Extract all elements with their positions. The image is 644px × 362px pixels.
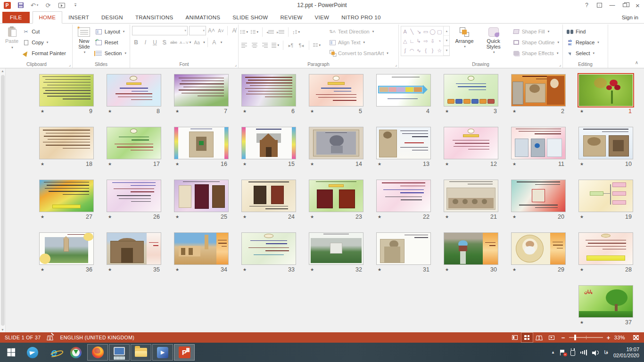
animation-star-icon[interactable]: ★	[444, 109, 449, 114]
down-arrow-shape-icon[interactable]: ⇩	[430, 39, 435, 44]
slide-thumbnail-14[interactable]	[309, 127, 363, 159]
arrange-button[interactable]: Arrange▾	[453, 26, 476, 51]
font-color-button[interactable]: A	[210, 38, 218, 47]
zoom-slider-thumb[interactable]	[574, 335, 576, 340]
columns-button[interactable]: ▾	[313, 42, 321, 49]
sign-in-link[interactable]: Sign in	[622, 15, 638, 20]
tab-transitions[interactable]: TRANSITIONS	[129, 12, 180, 23]
format-painter-button[interactable]: Format Painter	[21, 49, 67, 58]
animation-star-icon[interactable]: ★	[174, 162, 179, 166]
slide-thumbnail-16[interactable]	[174, 127, 228, 159]
increase-font-size-button[interactable]: A˄	[207, 26, 215, 35]
align-text-button[interactable]: Align Text▾	[327, 38, 390, 47]
power-icon[interactable]	[570, 349, 575, 356]
align-right-button[interactable]	[261, 42, 269, 49]
replace-button[interactable]: abacReplace▾	[565, 38, 601, 47]
spellcheck-icon[interactable]	[47, 335, 53, 340]
slide-thumbnail-4[interactable]	[377, 74, 430, 106]
slide-thumbnail-7[interactable]	[174, 74, 228, 106]
tab-view[interactable]: VIEW	[309, 12, 336, 23]
animation-star-icon[interactable]: ★	[377, 162, 381, 166]
animation-star-icon[interactable]: ★	[512, 267, 516, 272]
scribble-shape-icon[interactable]: ʃ	[405, 48, 405, 53]
slide-thumbnail-31[interactable]	[377, 233, 430, 264]
normal-view-button[interactable]	[509, 332, 521, 343]
volume-icon[interactable]	[592, 350, 599, 355]
decrease-font-size-button[interactable]: A˅	[217, 26, 225, 35]
shapes-scroll-down-button[interactable]: ▼	[444, 36, 449, 45]
paste-button[interactable]: Paste▾	[3, 26, 21, 52]
taskbar-app-file-explorer[interactable]	[131, 344, 151, 361]
reading-view-button[interactable]	[533, 332, 545, 343]
taskbar-app-firefox[interactable]	[87, 344, 108, 361]
text-direction-button[interactable]: ⇅AText Direction▾	[327, 27, 390, 36]
animation-star-icon[interactable]: ★	[242, 214, 247, 219]
shapes-scroll-up-button[interactable]: ▲	[444, 26, 449, 36]
right-to-left-button[interactable]: ¶◂	[297, 42, 305, 49]
shape-outline-button[interactable]: Shape Outline▾	[511, 38, 561, 47]
align-left-button[interactable]	[240, 42, 248, 49]
animation-star-icon[interactable]: ★	[512, 214, 516, 219]
rectangle-shape-icon[interactable]: ▭	[423, 29, 428, 34]
line-shape-icon[interactable]: ╲	[411, 29, 414, 34]
slide-thumbnail-23[interactable]	[309, 180, 363, 212]
show-hidden-icons-button[interactable]: ▲	[551, 350, 555, 354]
curve-shape-icon[interactable]: ∿	[417, 48, 421, 53]
slide-thumbnail-35[interactable]	[107, 233, 161, 264]
convert-to-smartart-button[interactable]: Convert to SmartArt▾	[327, 49, 390, 58]
copy-button[interactable]: Copy▾	[21, 38, 67, 47]
star-shape-icon[interactable]: ☆	[437, 48, 442, 53]
save-button[interactable]	[17, 1, 25, 9]
decrease-indent-button[interactable]: ◂	[266, 29, 274, 35]
slide-thumbnail-28[interactable]	[579, 233, 633, 264]
taskbar-app-idm[interactable]	[65, 343, 87, 362]
animation-star-icon[interactable]: ★	[579, 162, 584, 166]
slide-thumbnail-37[interactable]: پایان	[579, 286, 633, 317]
taskbar-app-media-player[interactable]: ▶	[152, 344, 173, 361]
change-case-button[interactable]: Aa	[193, 38, 201, 47]
animation-star-icon[interactable]: ★	[174, 109, 179, 114]
animation-star-icon[interactable]: ★	[242, 109, 247, 114]
animation-star-icon[interactable]: ★	[444, 267, 449, 272]
animation-star-icon[interactable]: ★	[579, 214, 584, 219]
text-box-shape-icon[interactable]: A	[404, 29, 407, 34]
animation-star-icon[interactable]: ★	[377, 214, 381, 219]
animation-star-icon[interactable]: ★	[309, 267, 314, 272]
shapes-more-button[interactable]: ▼	[444, 46, 449, 56]
animation-star-icon[interactable]: ★	[40, 214, 44, 219]
slide-thumbnail-27[interactable]	[40, 180, 93, 212]
left-brace-shape-icon[interactable]: {	[425, 48, 427, 53]
tab-review[interactable]: REVIEW	[274, 12, 308, 23]
slide-thumbnail-30[interactable]	[444, 233, 498, 264]
animation-star-icon[interactable]: ★	[174, 267, 179, 272]
animation-star-icon[interactable]: ★	[512, 109, 516, 114]
slide-thumbnail-33[interactable]	[242, 233, 296, 264]
elbow-arrow-connector-shape-icon[interactable]: ↳	[417, 39, 421, 44]
slide-thumbnail-8[interactable]	[107, 74, 161, 106]
undo-button[interactable]: ↶▾	[30, 1, 39, 9]
line-spacing-button[interactable]: ↕▾	[292, 29, 300, 35]
fit-slide-to-window-button[interactable]	[630, 332, 642, 343]
animation-star-icon[interactable]: ★	[242, 162, 247, 166]
language-indicator[interactable]: فا	[604, 349, 608, 355]
animation-star-icon[interactable]: ★	[40, 109, 44, 114]
section-button[interactable]: Section▾	[94, 49, 128, 58]
help-button[interactable]: ?	[580, 0, 593, 10]
rounded-rectangle-shape-icon[interactable]: ▢	[437, 29, 442, 34]
animation-star-icon[interactable]: ★	[174, 214, 179, 219]
slide-thumbnail-10[interactable]	[579, 127, 633, 159]
slide-thumbnail-24[interactable]	[242, 180, 296, 212]
start-button[interactable]	[0, 343, 22, 362]
animation-star-icon[interactable]: ★	[512, 162, 516, 166]
taskbar-app-computer[interactable]	[109, 344, 130, 361]
right-arrow-shape-icon[interactable]: ⇨	[423, 39, 428, 44]
animation-star-icon[interactable]: ★	[107, 214, 112, 219]
drawing-dialog-launcher[interactable]: ⌟	[559, 63, 561, 67]
slide-thumbnail-11[interactable]	[512, 127, 565, 159]
font-name-combobox[interactable]: ▾	[132, 26, 188, 35]
slide-sorter-view-button[interactable]	[521, 332, 533, 343]
numbering-button[interactable]: ▾	[251, 29, 258, 35]
zoom-out-button[interactable]: −	[561, 334, 565, 341]
taskbar-app-telegram[interactable]	[22, 343, 43, 362]
shape-fill-button[interactable]: Shape Fill▾	[511, 27, 561, 36]
